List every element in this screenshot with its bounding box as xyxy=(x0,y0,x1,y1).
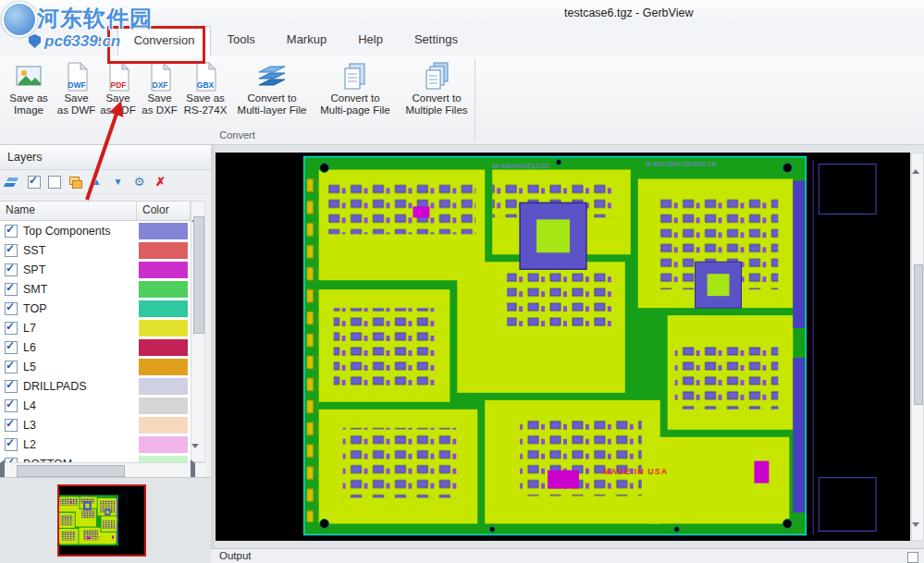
layer-color-swatch[interactable] xyxy=(139,417,188,434)
ribbon-group-label: Convert xyxy=(0,129,474,141)
output-panel-pin-icon[interactable] xyxy=(907,552,918,563)
layer-row-l2[interactable]: L2 xyxy=(0,434,191,454)
layer-visibility-checkbox[interactable] xyxy=(5,263,18,276)
uncheck-all-icon[interactable] xyxy=(48,176,61,189)
ribbon-button-save-as-image[interactable]: Save as Image xyxy=(2,55,55,127)
layer-name: SMT xyxy=(23,283,47,296)
layer-row-l4[interactable]: L4 xyxy=(0,396,191,415)
layer-row-l6[interactable]: L6 xyxy=(0,337,191,357)
tab-tools[interactable]: Tools xyxy=(211,26,270,55)
ribbon-button-label-line1: Convert to xyxy=(412,92,461,104)
ribbon-button-label-line1: Save as xyxy=(9,92,48,104)
ribbon-button-convert-to-multiple-files[interactable]: Convert to Multiple Files xyxy=(397,55,476,127)
move-down-icon[interactable]: ▼ xyxy=(111,176,125,189)
layer-row-l7[interactable]: L7 xyxy=(0,318,191,337)
ribbon-button-convert-to-multi-page-file[interactable]: Convert to Multi-page File xyxy=(314,55,397,127)
scrollbar-thumb[interactable] xyxy=(914,264,923,405)
ribbon-button-icon xyxy=(340,60,370,92)
column-header-name[interactable]: Name xyxy=(0,202,137,220)
tab-settings[interactable]: Settings xyxy=(399,26,474,55)
ribbon-button-save-as-pdf[interactable]: PDF Save as PDF xyxy=(97,55,139,127)
move-up-icon[interactable]: ▲ xyxy=(90,176,104,189)
scrollbar-thumb[interactable] xyxy=(193,216,204,334)
pcb-viewport[interactable] xyxy=(216,153,910,541)
layer-color-swatch[interactable] xyxy=(139,359,188,375)
ribbon-button-icon xyxy=(422,60,451,92)
layers-horizontal-scrollbar[interactable] xyxy=(0,462,205,477)
ribbon-button-label-line2: as DWF xyxy=(57,104,96,116)
layer-visibility-checkbox[interactable] xyxy=(5,225,18,238)
layer-visibility-checkbox[interactable] xyxy=(5,419,18,432)
column-header-color[interactable]: Color xyxy=(137,202,191,220)
ribbon-button-save-as-rs-274x[interactable]: GBX Save as RS-274X xyxy=(180,55,230,127)
ribbon-button-save-as-dxf[interactable]: DXF Save as DXF xyxy=(139,55,180,127)
overview-thumbnail-image xyxy=(59,486,144,555)
layer-settings-icon[interactable]: ⚙ xyxy=(132,176,146,189)
ribbon-button-convert-to-multi-layer-file[interactable]: Convert to Multi-layer File xyxy=(230,55,314,127)
svg-text:GBX: GBX xyxy=(197,80,215,90)
ribbon-button-label-line2: Multiple Files xyxy=(405,104,467,116)
layer-row-smt[interactable]: SMT xyxy=(0,279,191,299)
layer-name: L5 xyxy=(23,361,36,373)
layer-stack-icon[interactable] xyxy=(6,176,20,189)
layer-name: DRILLPADS xyxy=(23,380,87,393)
tab-help[interactable]: Help xyxy=(342,26,399,55)
layer-rows: Top Components SST SPT SMT xyxy=(0,221,191,463)
layer-color-swatch[interactable] xyxy=(139,378,188,395)
ribbon-button-icon xyxy=(14,60,43,92)
overview-thumbnail[interactable] xyxy=(57,484,146,557)
tab-home[interactable]: Home xyxy=(54,26,117,55)
layer-name: L4 xyxy=(23,399,36,412)
layer-visibility-checkbox[interactable] xyxy=(5,322,18,335)
scrollbar-thumb[interactable] xyxy=(17,465,125,477)
layers-toolbar: ✓ ▲ ▼ ⚙ ✗ xyxy=(0,170,211,194)
layer-row-spt[interactable]: SPT xyxy=(0,260,191,279)
layer-color-swatch[interactable] xyxy=(139,262,188,278)
layer-visibility-checkbox[interactable] xyxy=(5,341,18,354)
layer-visibility-checkbox[interactable] xyxy=(5,283,18,296)
layer-color-swatch[interactable] xyxy=(139,223,188,239)
panel-splitter[interactable] xyxy=(211,145,215,548)
layer-color-swatch[interactable] xyxy=(139,436,188,453)
layer-row-drillpads[interactable]: DRILLPADS xyxy=(0,376,191,396)
layer-name: L7 xyxy=(23,322,36,335)
layer-color-swatch[interactable] xyxy=(139,242,188,259)
layer-color-swatch[interactable] xyxy=(139,320,188,337)
remove-layer-icon[interactable]: ✗ xyxy=(154,176,167,189)
ribbon-button-save-as-dwf[interactable]: DWF Save as DWF xyxy=(55,55,97,127)
layer-row-top-components[interactable]: Top Components xyxy=(0,221,191,240)
layer-visibility-checkbox[interactable] xyxy=(5,380,18,393)
layers-vertical-scrollbar[interactable] xyxy=(191,201,205,462)
output-panel-header[interactable]: Output xyxy=(211,548,924,563)
layer-row-l5[interactable]: L5 xyxy=(0,357,191,376)
layer-row-sst[interactable]: SST xyxy=(0,240,191,260)
layer-visibility-checkbox[interactable] xyxy=(5,244,18,257)
ribbon-button-group: Save as Image DWF Save as DWF PDF Save a… xyxy=(0,55,924,127)
layer-color-swatch[interactable] xyxy=(139,339,188,356)
ribbon-button-label-line1: Convert to xyxy=(247,92,296,104)
layer-color-swatch[interactable] xyxy=(139,398,188,414)
merge-layers-icon[interactable] xyxy=(68,176,82,189)
layer-visibility-checkbox[interactable] xyxy=(5,399,18,412)
ribbon-button-icon xyxy=(255,60,289,92)
ribbon: Save as Image DWF Save as DWF PDF Save a… xyxy=(0,55,924,145)
layer-row-top[interactable]: TOP xyxy=(0,299,191,318)
layer-visibility-checkbox[interactable] xyxy=(5,438,18,451)
ribbon-button-icon: DWF xyxy=(64,60,90,92)
ribbon-button-label-line1: Save xyxy=(147,92,171,104)
scroll-up-icon[interactable] xyxy=(912,153,919,174)
check-all-icon[interactable]: ✓ xyxy=(28,176,41,189)
ribbon-button-label-line1: Save xyxy=(105,92,129,104)
layer-visibility-checkbox[interactable] xyxy=(5,361,18,373)
layer-color-swatch[interactable] xyxy=(139,300,188,317)
ribbon-button-label-line1: Convert to xyxy=(330,92,379,104)
tab-conversion[interactable]: Conversion xyxy=(117,26,212,55)
tab-markup[interactable]: Markup xyxy=(271,26,342,55)
layer-row-l3[interactable]: L3 xyxy=(0,415,191,434)
layer-color-swatch[interactable] xyxy=(139,281,188,298)
viewer-vertical-scrollbar[interactable] xyxy=(911,153,924,541)
ribbon-button-label-line1: Save xyxy=(64,92,88,104)
output-panel-title: Output xyxy=(219,550,252,561)
scroll-down-icon[interactable] xyxy=(912,522,919,543)
layer-visibility-checkbox[interactable] xyxy=(5,302,18,315)
